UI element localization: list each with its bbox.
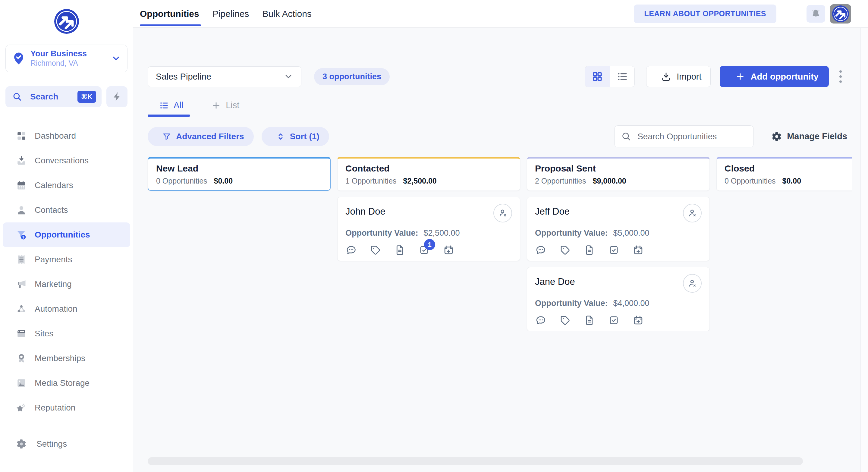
opportunity-count-badge: 3 opportunities [314,68,390,85]
pipeline-select-value: Sales Pipeline [156,72,211,82]
sidebar: Your Business Richmond, VA Search ⌘K Das… [0,0,133,472]
add-list-tab[interactable]: List [200,100,246,116]
column-amount: $9,000.00 [593,177,626,185]
business-switcher[interactable]: Your Business Richmond, VA [5,44,127,72]
tag-icon[interactable] [559,245,570,256]
sidebar-item-calendars[interactable]: Calendars [3,173,130,198]
sidebar-item-payments[interactable]: Payments [3,247,130,272]
search-icon [621,131,631,141]
sidebar-item-sites[interactable]: Sites [3,321,130,346]
import-button[interactable]: Import [646,66,711,87]
opportunity-card[interactable]: Jane Doe Opportunity Value: $4,000.00 [527,267,710,331]
tab-pipelines[interactable]: Pipelines [213,0,249,27]
column-count: 0 Opportunities [724,177,776,185]
more-options-button[interactable] [837,69,844,84]
person-icon [16,204,27,216]
search-label: Search [30,92,58,101]
list-view-button[interactable] [610,66,634,87]
sidebar-item-memberships[interactable]: Memberships [3,346,130,371]
view-toggle [585,66,635,87]
add-opportunity-button[interactable]: Add opportunity [720,66,829,87]
opportunities-funnel-icon: $ [16,229,27,240]
search-shortcut-badge: ⌘K [78,91,96,103]
grid-view-button[interactable] [585,66,610,87]
dashboard-icon [16,130,27,141]
notes-icon[interactable] [584,315,595,326]
column-contacted: Contacted 1 Opportunities $2,500.00 John… [337,157,520,331]
import-label: Import [677,72,701,82]
lightning-icon [112,91,122,102]
sidebar-item-contacts[interactable]: Contacts [3,198,130,222]
add-opportunity-label: Add opportunity [750,72,818,82]
chat-icon[interactable] [345,245,356,256]
ribbon-badge-icon [16,353,27,364]
column-header[interactable]: New Lead 0 Opportunities $0.00 [148,157,331,191]
sidebar-item-reputation[interactable]: Reputation [3,396,130,420]
tab-bulk-actions[interactable]: Bulk Actions [262,0,311,27]
sidebar-item-marketing[interactable]: Marketing [3,272,130,296]
user-avatar[interactable] [830,4,851,24]
column-header[interactable]: Proposal Sent 2 Opportunities $9,000.00 [527,157,710,191]
calendar-add-icon[interactable] [632,245,644,256]
search-icon [12,92,22,102]
plus-icon [211,101,221,110]
quick-actions-button[interactable] [106,86,127,107]
column-count: 0 Opportunities [156,177,207,185]
horizontal-scrollbar[interactable] [148,457,803,465]
opportunity-card[interactable]: Jeff Doe Opportunity Value: $5,000.00 [527,197,710,261]
grid-icon [592,71,603,82]
chat-icon[interactable] [535,245,546,256]
task-count-badge: 1 [424,239,435,250]
location-pin-icon [12,52,26,65]
sidebar-item-media-storage[interactable]: Media Storage [3,371,130,396]
tasks-icon[interactable] [608,315,619,326]
chevron-down-icon [284,72,293,82]
assignee-avatar[interactable] [493,204,512,222]
tab-divider [195,98,195,112]
tab-opportunities[interactable]: Opportunities [140,0,199,27]
plus-icon [735,72,745,82]
sidebar-item-conversations[interactable]: Conversations [3,148,130,173]
column-amount: $2,500.00 [403,177,437,185]
tasks-icon[interactable] [608,245,619,256]
tab-all[interactable]: All [148,100,190,116]
column-header[interactable]: Contacted 1 Opportunities $2,500.00 [337,157,520,191]
sidebar-item-settings[interactable]: Settings [3,432,130,456]
calendar-add-icon[interactable] [443,245,454,256]
global-search-button[interactable]: Search ⌘K [5,86,101,107]
business-location: Richmond, VA [30,59,111,68]
pipeline-select[interactable]: Sales Pipeline [148,66,301,87]
tag-icon[interactable] [370,245,381,256]
sidebar-item-opportunities[interactable]: $ Opportunities [3,222,130,247]
star-icon [16,402,27,413]
sort-button[interactable]: Sort (1) [261,127,329,146]
workflow-nodes-icon [16,304,27,314]
search-opportunities-input[interactable] [638,132,747,141]
assignee-avatar[interactable] [683,204,702,222]
megaphone-icon [16,279,27,290]
calendar-icon [16,180,27,191]
tasks-icon[interactable]: 1 [418,245,430,256]
kanban-board: New Lead 0 Opportunities $0.00 Contacted… [133,157,852,331]
notes-icon[interactable] [584,245,595,256]
opportunity-card[interactable]: John Doe Opportunity Value: $2,500.00 [337,197,520,261]
receipt-icon [16,254,27,265]
notes-icon[interactable] [394,245,405,256]
advanced-filters-button[interactable]: Advanced Filters [148,127,254,146]
board-tabs: All List [148,96,861,116]
chat-icon[interactable] [535,315,546,326]
tag-icon[interactable] [559,315,570,326]
top-bar: Opportunities Pipelines Bulk Actions LEA… [133,0,868,28]
opportunity-value-label: Opportunity Value: [345,228,418,238]
column-header[interactable]: Closed 0 Opportunities $0.00 [716,157,852,191]
calendar-add-icon[interactable] [632,315,644,326]
chevron-down-icon [111,53,121,64]
vertical-scrollbar-gutter [861,28,868,472]
sort-arrows-icon [276,132,285,141]
sidebar-item-dashboard[interactable]: Dashboard [3,124,130,148]
learn-about-opportunities-button[interactable]: LEARN ABOUT OPPORTUNITIES [634,4,776,23]
notifications-button[interactable] [807,5,825,23]
assignee-avatar[interactable] [683,274,702,293]
sidebar-item-automation[interactable]: Automation [3,296,130,321]
manage-fields-button[interactable]: Manage Fields [767,131,847,142]
